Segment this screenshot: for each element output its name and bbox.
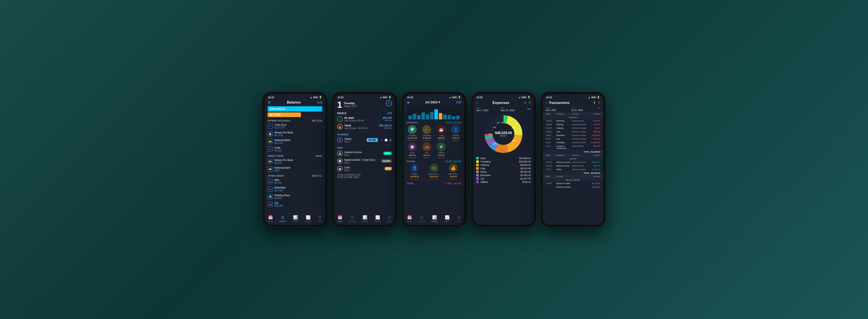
share-button[interactable]: ⬆ bbox=[268, 100, 270, 105]
account-national-bank[interactable]: 💳 National Bank $15,410 bbox=[265, 138, 325, 145]
paid-transfer[interactable]: 🔄 National Bank > Cash Euro Aug 1 $2,500 bbox=[334, 157, 395, 165]
expense-education[interactable]: 🎓 Education $1,000.00 $1,000.00 bbox=[420, 125, 434, 142]
svg-text:12%: 12% bbox=[488, 133, 493, 136]
expense-utilities[interactable]: ⚡ Utilities $120.00 $160.00 bbox=[434, 142, 448, 158]
account-cash-euro[interactable]: € Cash Euro €2,372.97 bbox=[265, 122, 325, 130]
nav-reports-2[interactable]: 📈 Reports bbox=[374, 215, 381, 222]
paid-cafe[interactable]: ☕ Cafe Aug 1 $74 bbox=[334, 165, 395, 172]
svg-text:29%: 29% bbox=[512, 127, 516, 129]
legend-debt[interactable]: Debt $14,000.00 bbox=[476, 157, 531, 160]
asset-parking[interactable]: 🅿 Parking Place $8,900 bbox=[265, 193, 325, 200]
expenses-header: ‹ Expenses ≡ ▽ bbox=[473, 99, 534, 107]
nav-reports-3[interactable]: 📈 Reports bbox=[444, 215, 451, 222]
status-bar-5: 10:22 ▲ WiFi 🔋 bbox=[543, 94, 603, 99]
cc-money-pro[interactable]: 💳 Money Pro Bank $5,031 bbox=[265, 157, 325, 165]
paid-interest[interactable]: 💰 Interest income Aug 1 $400 bbox=[334, 149, 395, 157]
share-icon-5[interactable]: ⬆ bbox=[593, 101, 596, 105]
more-button-5[interactable]: ••• bbox=[598, 107, 600, 111]
table-row[interactable]: 7/5/23 Travelling Money Pro Bank $10,800… bbox=[543, 141, 603, 144]
expense-travelling[interactable]: 🌍 Travelling $10,800.00 $1,000.00 bbox=[405, 125, 419, 142]
nav-today-2[interactable]: 📅 Today bbox=[337, 215, 342, 222]
credit-cards-header: CREDIT CARDS -$4,691 bbox=[265, 154, 325, 157]
phone-today: 10:22 ▲ WiFi 🔋 1 Tuesday August 2023 bbox=[332, 92, 397, 227]
table-row[interactable]: 7/7/23 Fuel Money Pro Bank $247.00 bbox=[543, 137, 603, 141]
budget-month[interactable]: Jul 2023 ▾ bbox=[425, 100, 440, 104]
legend-car[interactable]: Car $1,447.00 bbox=[476, 177, 531, 180]
expense-clothing[interactable]: 👗 Clothing $788.00 $1,400.00 bbox=[449, 125, 463, 142]
status-bar-4: 10:22 ▲ WiFi 🔋 bbox=[473, 94, 534, 99]
time-5: 10:22 bbox=[546, 96, 552, 98]
legend-home[interactable]: Home $3,050.00 bbox=[476, 171, 531, 173]
interest-badge: $400 bbox=[383, 152, 392, 155]
nav-budget-2[interactable]: 📊 Budget bbox=[362, 215, 368, 222]
nav-today-1[interactable]: 📅 Today bbox=[268, 215, 273, 222]
status-icons-1: ▲ WiFi 🔋 bbox=[310, 96, 322, 98]
svg-text:22%: 22% bbox=[512, 140, 516, 142]
expense-cafe[interactable]: ☕ Cafe $800.00 $900.00 bbox=[434, 125, 448, 142]
table-row[interactable]: 7/1/23 Furniture / Accessories National … bbox=[543, 144, 603, 150]
tx-dates: Begin Jul 1, 2023 End Jul 31, 2023 ••• bbox=[543, 107, 603, 112]
back-button-4[interactable]: ‹ bbox=[476, 100, 478, 105]
legend-cafe[interactable]: Cafe $5,674.00 bbox=[476, 167, 531, 170]
interest-icon: 💰 bbox=[337, 151, 343, 156]
nav-today-3[interactable]: 📅 Today bbox=[407, 215, 412, 222]
table-row[interactable]: 7/30/23 Electricity National Bank $120.0… bbox=[543, 119, 603, 123]
nav-budget-3[interactable]: 📊 Budget bbox=[431, 215, 438, 222]
legend-clothing[interactable]: Clothing $9,838.00 bbox=[476, 164, 531, 166]
legend-education[interactable]: Education $3,000.00 bbox=[476, 174, 531, 176]
nav-balance-1[interactable]: ⚖ Balance bbox=[279, 215, 286, 222]
svg-text:6%: 6% bbox=[501, 121, 504, 123]
card-icon-1: 💳 bbox=[268, 139, 273, 144]
transfer-icon: 🔄 bbox=[337, 158, 343, 164]
car-icon: 🚗 bbox=[268, 202, 273, 207]
back-button-5[interactable]: ‹ bbox=[546, 100, 547, 105]
income-interest[interactable]: 💰 Interest inc... $400.00 $400.00 bbox=[444, 164, 463, 180]
asset-car[interactable]: 🚗 Car $50,000 bbox=[265, 200, 325, 208]
list-icon[interactable]: ≡ bbox=[524, 101, 526, 105]
nav-more-3[interactable]: ☰ More bbox=[457, 215, 461, 222]
table-row[interactable]: 7/26/23 Clothing Money Pro Bank $700.00 bbox=[543, 123, 603, 126]
income-business[interactable]: 💼 Business in... $3,600.00 $4,000.00 bbox=[425, 164, 443, 180]
table-row[interactable]: 7/15/23 Interest income National Bank $4… bbox=[543, 164, 603, 168]
nav-balance-3[interactable]: ⚖ Balance bbox=[418, 215, 425, 222]
edit-button[interactable]: Edit bbox=[317, 101, 322, 104]
cc-national-bank[interactable]: 💳 National Bank $340 bbox=[265, 165, 325, 173]
goals-section-title: GOALS Add bbox=[334, 111, 395, 115]
nav-more-1[interactable]: ☰ More bbox=[318, 215, 322, 222]
asset-bike[interactable]: 🚲 Bike $1,000 bbox=[265, 177, 325, 185]
account-cash[interactable]: $ Cash $4,020 bbox=[265, 145, 325, 153]
table-row[interactable]: 7/20/23 Business income Money Pro Bank $… bbox=[543, 161, 603, 164]
svg-text:6%: 6% bbox=[493, 126, 496, 128]
add-button[interactable]: + bbox=[386, 100, 392, 106]
table-row[interactable]: Money Pro Bank $2,200.00 bbox=[543, 185, 603, 189]
table-row[interactable]: 7/12/23 Clothing Money Pro Bank $38.00 bbox=[543, 126, 603, 130]
filter-icon-5[interactable]: ▽ bbox=[598, 101, 600, 105]
legend-utilities[interactable]: Utilities $720.00 bbox=[476, 181, 531, 183]
nav-reports-1[interactable]: 📈 Reports bbox=[305, 215, 311, 222]
travelling-color bbox=[476, 161, 479, 163]
expense-home[interactable]: 🏠 Home $650.00 $1,500.00 bbox=[405, 142, 419, 158]
expense-car[interactable]: 🚗 Car $247.00 $200.00 bbox=[420, 142, 434, 158]
nav-balance-2[interactable]: ⚖ Balance bbox=[349, 215, 356, 222]
salary-badge: $6,000 bbox=[367, 138, 378, 142]
nav-budget-1[interactable]: 📊 Budget bbox=[292, 215, 299, 222]
income-salary[interactable]: 👤 Salary $6,000.00 $6,000.00 bbox=[405, 164, 424, 180]
cash-icon: $ bbox=[268, 147, 273, 152]
table-row[interactable]: 7/24/23 Money Pro Bank $2,200.00 bbox=[543, 182, 603, 185]
legend-travelling[interactable]: Travelling $10,800.00 bbox=[476, 161, 531, 163]
planned-salary[interactable]: 👤 Salary Aug 1 $6,000 ✓ 🕐 🗑 bbox=[334, 136, 395, 144]
time-4: 10:22 bbox=[476, 96, 483, 98]
expenses-title: Expenses bbox=[493, 101, 509, 105]
table-row[interactable]: 7/1/23 Salary Money Pro Bank $6,000.00 bbox=[543, 168, 603, 171]
goal-yacht[interactable]: ⛵ Yacht Last 30 days: -$11,241.5 $56,188… bbox=[334, 123, 395, 130]
asset-motorbike[interactable]: 🏍 Motorbike $14,400 bbox=[265, 185, 325, 193]
account-money-pro[interactable]: 🏦 Money Pro Bank $17,679 bbox=[265, 130, 325, 138]
more-button-4[interactable]: ••• bbox=[527, 107, 531, 111]
status-bar-1: 10:22 ▲ WiFi 🔋 bbox=[265, 94, 325, 99]
table-row[interactable]: 7/9/23 Education Money Pro Bank $1,000.0… bbox=[543, 134, 603, 137]
nav-more-2[interactable]: ☰ More bbox=[388, 215, 392, 222]
filter-icon[interactable]: ▽ bbox=[528, 101, 531, 105]
table-row[interactable]: 7/10/23 Cafe Money Pro Bank $800.00 bbox=[543, 130, 603, 134]
goal-no-debt[interactable]: ✓ No debt Last 30 days: $1,462 $95,309 $… bbox=[334, 115, 395, 123]
debt-color bbox=[476, 157, 479, 160]
